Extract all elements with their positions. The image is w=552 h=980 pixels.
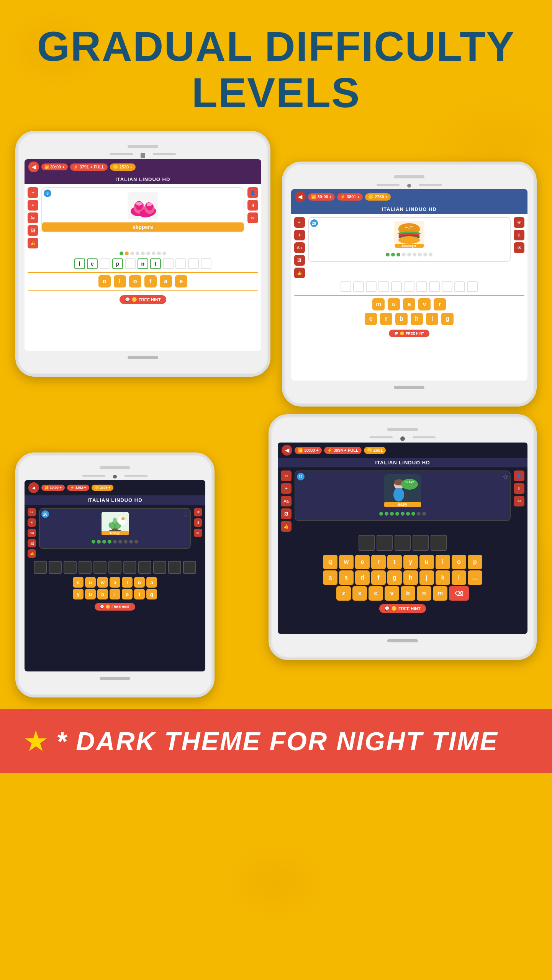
p4-j[interactable]: j (419, 570, 434, 585)
letter-a[interactable]: a (160, 275, 172, 287)
p2-pause[interactable]: ⏸ (514, 230, 524, 240)
p2-eye[interactable]: 👁 (514, 217, 524, 228)
phone4-home[interactable] (387, 639, 418, 642)
p4-s5[interactable]: 👍 (281, 521, 292, 532)
p3-u3[interactable]: u (85, 589, 96, 599)
p4-r1[interactable]: 👤 (514, 470, 524, 481)
p4-c[interactable]: c (369, 586, 383, 601)
p4-s3[interactable]: Aa (281, 496, 292, 506)
pause-btn[interactable]: ⏸ (247, 200, 258, 211)
p3-s2[interactable]: ☀ (28, 518, 36, 527)
hint2-btn[interactable]: 💬 🟡 FREE HINT (389, 330, 429, 337)
p2-m[interactable]: m (372, 298, 385, 310)
p3-r2[interactable]: ⏸ (194, 518, 202, 527)
p3-l4[interactable]: l (134, 589, 145, 599)
p3-n[interactable]: n (73, 577, 84, 588)
p4-v[interactable]: v (385, 586, 399, 601)
p4-y[interactable]: y (403, 555, 418, 569)
p3-a2[interactable]: a (146, 577, 157, 588)
p3-s5[interactable]: 👍 (28, 549, 36, 558)
p3-y[interactable]: y (73, 589, 84, 599)
p2-l[interactable]: l (426, 313, 438, 325)
p3-o2[interactable]: o (122, 589, 133, 599)
avatar-btn[interactable]: 👤 (247, 187, 258, 198)
like-btn[interactable]: 👍 (28, 238, 38, 248)
p4-i[interactable]: i (436, 555, 450, 569)
p3-w[interactable]: w (97, 577, 108, 588)
p2-sun[interactable]: ☀ (294, 230, 305, 240)
p4-m[interactable]: m (433, 586, 447, 601)
p4-o[interactable]: o (452, 555, 466, 569)
p2-text[interactable]: Aa (294, 242, 305, 253)
letter-e[interactable]: e (175, 275, 187, 287)
p4-z[interactable]: z (336, 586, 351, 601)
p2-e[interactable]: e (365, 313, 377, 325)
p2-scissors[interactable]: ✂ (294, 217, 305, 228)
p3-l2[interactable]: l (122, 577, 133, 588)
p2-b[interactable]: b (395, 313, 408, 325)
p4-r3[interactable]: ✉ (514, 496, 524, 506)
p2-a[interactable]: a (403, 298, 415, 310)
p3-o[interactable]: o (134, 577, 145, 588)
p4-dots[interactable]: … (468, 570, 482, 585)
p3-l3[interactable]: l (110, 589, 120, 599)
letter-f[interactable]: f (144, 275, 157, 287)
p2-img[interactable]: 🖼 (294, 255, 305, 266)
p2-like[interactable]: 👍 (294, 268, 305, 278)
mail-btn[interactable]: ✉ (247, 212, 258, 223)
p4-r2[interactable]: ⏸ (514, 483, 524, 494)
p4-h[interactable]: h (403, 570, 418, 585)
p4-p[interactable]: p (468, 555, 482, 569)
p4-d[interactable]: d (355, 570, 370, 585)
hint4-btn[interactable]: 💬 🟡 FREE HINT (379, 604, 426, 613)
p3-g[interactable]: g (146, 589, 157, 599)
p3-b2[interactable]: b (97, 589, 108, 599)
p4-x[interactable]: x (352, 586, 367, 601)
p3-r3[interactable]: ✉ (194, 529, 202, 537)
p3-u2[interactable]: u (85, 577, 96, 588)
p4-e[interactable]: e (355, 555, 370, 569)
phone3-home[interactable] (100, 677, 130, 680)
burger-star[interactable]: ☆ (502, 219, 508, 228)
p3-s1[interactable]: ✂ (28, 508, 36, 516)
p2-mail[interactable]: ✉ (514, 242, 524, 253)
phone1-home-bar[interactable] (128, 356, 158, 359)
p4-f[interactable]: f (371, 570, 386, 585)
back-btn2[interactable]: ◀ (295, 191, 306, 202)
letter-l[interactable]: l (114, 275, 126, 287)
p2-h[interactable]: h (411, 313, 423, 325)
p2-r2[interactable]: r (380, 313, 392, 325)
letter-o1[interactable]: o (98, 275, 111, 287)
p4-s4[interactable]: 🖼 (281, 508, 292, 519)
p4-b[interactable]: b (401, 586, 415, 601)
sun-btn[interactable]: ☀ (28, 200, 38, 211)
p4-t[interactable]: t (387, 555, 402, 569)
back4[interactable]: ◀ (282, 445, 292, 456)
hint-button[interactable]: 💬 🟡 FREE HINT (120, 295, 166, 304)
p3-r1[interactable]: 👁 (194, 508, 202, 516)
phone2-home[interactable] (394, 386, 424, 389)
image-btn[interactable]: 🖼 (28, 225, 38, 236)
p4-a[interactable]: a (323, 570, 337, 585)
p3-a[interactable]: a (110, 577, 120, 588)
text-btn[interactable]: Aa (28, 212, 38, 223)
p3-s3[interactable]: Aa (28, 529, 36, 537)
p3-s4[interactable]: 🖼 (28, 539, 36, 547)
p4-n[interactable]: n (417, 586, 431, 601)
p4-l[interactable]: l (452, 570, 466, 585)
back-button[interactable]: ◀ (28, 162, 39, 172)
p4-s1[interactable]: ✂ (281, 470, 292, 481)
p4-q[interactable]: q (323, 555, 337, 569)
scissors-btn[interactable]: ✂ (28, 187, 38, 198)
p4-u[interactable]: u (419, 555, 434, 569)
p4-g[interactable]: g (387, 570, 402, 585)
p2-g[interactable]: g (441, 313, 454, 325)
backspace-btn[interactable]: ⌫ (449, 586, 469, 601)
bio-star[interactable]: ☆ (182, 510, 188, 519)
p2-v[interactable]: v (418, 298, 431, 310)
back3[interactable]: ◀ (28, 482, 39, 493)
p4-r[interactable]: r (371, 555, 386, 569)
card-star[interactable]: ☆ (236, 189, 242, 198)
p2-u[interactable]: u (388, 298, 400, 310)
p2-r[interactable]: r (434, 298, 446, 310)
